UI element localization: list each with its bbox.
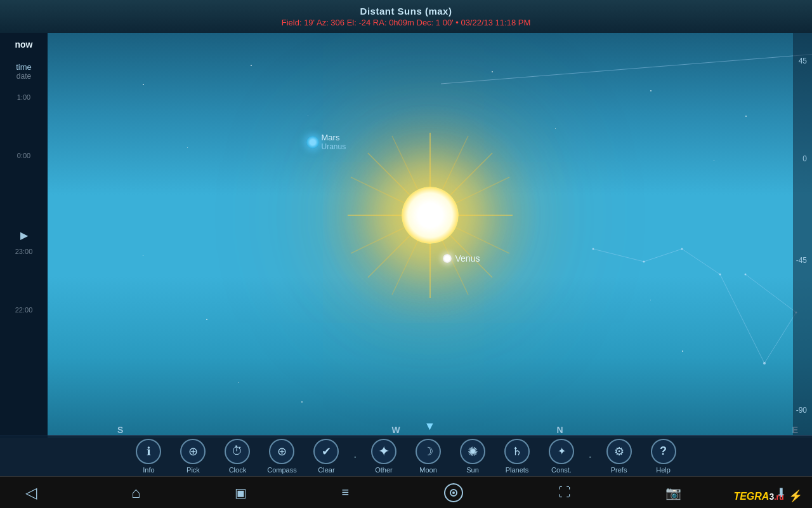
dec-45: 45 <box>799 57 809 65</box>
prefs-icon: ⚙ <box>606 439 632 464</box>
info-icon: ℹ <box>136 439 161 464</box>
clock-icon: ⏱ <box>225 439 250 464</box>
bottom-toolbar: ℹ Info ⊕ Pick ⏱ Clock ⊕ Compass ✔ Clear … <box>0 435 812 476</box>
help-button[interactable]: ? Help <box>646 439 681 474</box>
sidebar: now time date 1:00 0:00 ▶ 23:00 22:00 <box>0 33 48 438</box>
direction-north: N <box>557 425 563 435</box>
svg-line-0 <box>441 52 812 84</box>
clear-button[interactable]: ✔ Clear <box>309 439 344 474</box>
dot-separator-1: · <box>353 449 357 464</box>
prefs-button[interactable]: ⚙ Prefs <box>601 439 636 474</box>
sky-view[interactable]: Venus Mars Uranus ▼ S W N E <box>48 33 812 438</box>
svg-line-1 <box>593 249 644 262</box>
svg-point-11 <box>763 362 766 364</box>
pick-icon: ⊕ <box>180 439 206 464</box>
sun[interactable] <box>389 174 471 257</box>
now-button[interactable]: now <box>15 39 33 50</box>
info-button[interactable]: ℹ Info <box>131 439 166 474</box>
svg-point-8 <box>643 261 645 263</box>
time-1: 1:00 <box>17 93 30 101</box>
svg-line-6 <box>745 274 796 312</box>
dec-0: 0 <box>802 154 809 163</box>
expand-button[interactable]: ⛶ <box>558 485 571 500</box>
clear-label: Clear <box>318 466 334 474</box>
svg-line-4 <box>720 274 764 363</box>
declination-labels: 45 0 -45 -90 <box>793 33 812 438</box>
uranus-dot <box>306 136 319 149</box>
direction-arrow: ▼ <box>424 420 436 433</box>
planets-icon: ♄ <box>504 439 530 464</box>
info-label: Info <box>143 466 154 474</box>
svg-point-32 <box>452 491 455 494</box>
other-icon: ✦ <box>371 439 396 464</box>
direction-south: S <box>117 425 123 435</box>
time-23: 23:00 <box>15 248 33 255</box>
moon-label: Moon <box>419 466 437 474</box>
const-icon: ✦ <box>549 439 574 464</box>
time-22: 22:00 <box>15 306 33 314</box>
app-title: Distant Suns (max) <box>360 6 452 17</box>
venus[interactable]: Venus <box>443 253 480 264</box>
clock-button[interactable]: ⏱ Clock <box>220 439 255 474</box>
help-label: Help <box>656 466 671 474</box>
venus-dot <box>443 254 452 263</box>
time-0: 0:00 <box>17 152 30 159</box>
help-icon: ? <box>651 439 676 464</box>
svg-line-2 <box>644 249 682 262</box>
planets-label: Planets <box>506 466 529 474</box>
svg-point-13 <box>745 274 747 276</box>
mars-uranus-group[interactable]: Mars Uranus <box>306 133 346 151</box>
mars-label: Mars <box>322 133 346 142</box>
back-button[interactable]: ◁ <box>25 484 37 502</box>
clock-label: Clock <box>229 466 247 474</box>
prefs-label: Prefs <box>611 466 627 474</box>
const-label: Const. <box>551 466 572 474</box>
pick-button[interactable]: ⊕ Pick <box>176 439 211 474</box>
compass-button[interactable]: ⊕ Compass <box>265 439 299 474</box>
venus-label: Venus <box>455 253 480 264</box>
other-label: Other <box>375 466 393 474</box>
date-label[interactable]: date <box>16 72 31 81</box>
time-label[interactable]: time <box>16 62 32 72</box>
svg-line-3 <box>682 249 720 274</box>
play-arrow[interactable]: ▶ <box>20 229 28 241</box>
svg-line-5 <box>764 312 796 363</box>
svg-point-9 <box>681 248 683 250</box>
camera-button[interactable]: 📷 <box>665 485 681 500</box>
window-button[interactable]: ▣ <box>235 485 247 500</box>
sun-icon: ✺ <box>460 439 485 464</box>
svg-point-10 <box>719 274 721 276</box>
dot-separator-2: · <box>589 449 593 464</box>
menu-button[interactable]: ≡ <box>341 485 349 500</box>
mars-uranus-label: Mars Uranus <box>322 133 346 151</box>
tegra-logo: TEGRA3.ru ⚡ <box>733 489 802 503</box>
const-button[interactable]: ✦ Const. <box>544 439 579 474</box>
other-button[interactable]: ✦ Other <box>367 439 402 474</box>
nav-bar: ◁ ⌂ ▣ ≡ ⛶ 📷 ⬇ TEGRA3.ru ⚡ <box>0 476 812 508</box>
clear-icon: ✔ <box>313 439 339 464</box>
compass-icon: ⊕ <box>269 439 294 464</box>
sun-label: Sun <box>466 466 479 474</box>
field-info: Field: 19' Az: 306 El: -24 RA: 0h09m Dec… <box>282 18 531 27</box>
svg-point-7 <box>593 248 594 250</box>
dec-neg90: -90 <box>796 406 809 415</box>
dec-neg45: -45 <box>796 256 809 265</box>
title-bar: Distant Suns (max) Field: 19' Az: 306 El… <box>0 0 812 33</box>
direction-west: W <box>392 425 400 435</box>
moon-icon: ☽ <box>416 439 441 464</box>
planets-button[interactable]: ♄ Planets <box>500 439 535 474</box>
home-button[interactable]: ⌂ <box>131 484 141 502</box>
uranus-label: Uranus <box>322 142 346 151</box>
moon-button[interactable]: ☽ Moon <box>411 439 446 474</box>
center-button[interactable] <box>443 483 464 503</box>
pick-label: Pick <box>187 466 200 474</box>
compass-label: Compass <box>267 466 296 474</box>
sun-button[interactable]: ✺ Sun <box>455 439 490 474</box>
center-icon <box>443 483 464 503</box>
sun-core <box>402 187 459 244</box>
